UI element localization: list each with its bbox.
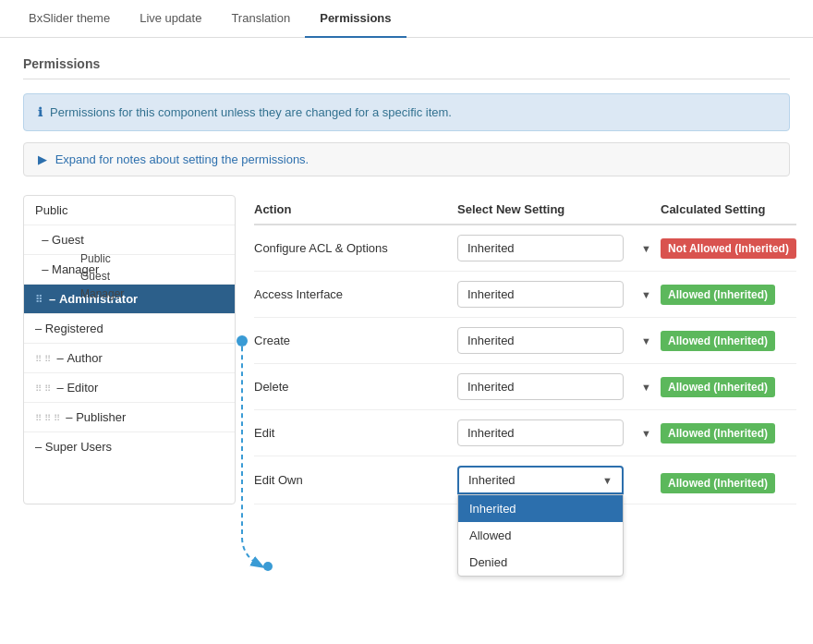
badge-create: Allowed (Inherited) [661, 331, 796, 351]
table-header: Action Select New Setting Calculated Set… [254, 195, 796, 225]
table-row-access-interface: Access Interface Inherited Allowed Denie… [254, 272, 796, 318]
action-label-configure-acl: Configure ACL & Options [254, 241, 457, 255]
action-label-delete: Delete [254, 380, 457, 394]
action-label-access-interface: Access Interface [254, 287, 457, 301]
chevron-down-icon-delete: ▼ [641, 382, 651, 393]
action-label-edit: Edit [254, 426, 457, 440]
dropdown-option-denied[interactable]: Denied [458, 549, 623, 576]
badge-edit: Allowed (Inherited) [661, 423, 796, 444]
permissions-table: Action Select New Setting Calculated Set… [254, 195, 796, 504]
select-wrapper-delete: Inherited Allowed Denied ▼ [457, 373, 661, 400]
info-icon: ℹ [38, 105, 42, 119]
tree-item-superusers[interactable]: – Super Users [24, 432, 235, 461]
tree-item-public[interactable]: Public [24, 196, 235, 225]
tree-item-author[interactable]: ⠿ ⠿ – Author [24, 344, 235, 373]
table-row-delete: Delete Inherited Allowed Denied ▼ Allowe… [254, 364, 796, 410]
chevron-down-icon-access-interface: ▼ [641, 289, 651, 300]
action-label-edit-own: Edit Own [254, 466, 457, 487]
header-action: Action [254, 202, 457, 216]
dropdown-option-inherited[interactable]: Inherited [458, 495, 623, 522]
select-wrapper-edit: Inherited Allowed Denied ▼ [457, 419, 661, 446]
chevron-down-icon-configure-acl: ▼ [641, 243, 651, 254]
select-create[interactable]: Inherited Allowed Denied [457, 327, 624, 354]
header-select-new: Select New Setting [457, 202, 661, 216]
header-calculated: Calculated Setting [661, 202, 796, 216]
tree-panel: Public – Guest – Manager ⠿ – Administrat… [23, 195, 236, 504]
tree-item-publisher[interactable]: ⠿ ⠿ ⠿ – Publisher [24, 403, 235, 432]
tab-liveupdate[interactable]: Live update [125, 0, 216, 38]
section-title: Permissions [23, 56, 790, 79]
action-label-create: Create [254, 334, 457, 347]
main-content: Permissions ℹ Permissions for this compo… [0, 38, 813, 523]
select-value-edit-own: Inherited [468, 473, 516, 487]
tree-dots-administrator: ⠿ [35, 294, 45, 305]
select-wrapper-create: Inherited Allowed Denied ▼ [457, 327, 661, 354]
tab-bxslider[interactable]: BxSlider theme [14, 0, 125, 38]
svg-point-2 [263, 562, 273, 571]
calculated-badge-access-interface: Allowed (Inherited) [661, 285, 775, 305]
tree-item-editor[interactable]: ⠿ ⠿ – Editor [24, 373, 235, 403]
select-delete[interactable]: Inherited Allowed Denied [457, 373, 624, 400]
select-wrapper-configure-acl: Inherited Allowed Denied ▼ [457, 235, 661, 261]
info-box: ℹ Permissions for this component unless … [23, 93, 790, 131]
page-container: BxSlider theme Live update Translation P… [0, 0, 813, 644]
select-edit[interactable]: Inherited Allowed Denied [457, 419, 624, 446]
info-text: Permissions for this component unless th… [50, 105, 452, 119]
badge-delete: Allowed (Inherited) [661, 377, 796, 397]
table-row-configure-acl: Configure ACL & Options Inherited Allowe… [254, 225, 796, 272]
select-display-edit-own[interactable]: Inherited ▼ [457, 466, 624, 494]
select-configure-acl[interactable]: Inherited Allowed Denied [457, 235, 624, 261]
tab-permissions[interactable]: Permissions [305, 0, 406, 38]
dropdown-option-allowed[interactable]: Allowed [458, 522, 623, 549]
permissions-wrapper: Public – Guest – Manager ⠿ – Administrat… [23, 195, 790, 504]
table-row-create: Create Inherited Allowed Denied ▼ Allowe… [254, 318, 796, 364]
tree-dots-editor: ⠿ ⠿ [35, 383, 54, 394]
select-wrapper-edit-own: Inherited ▼ Inherited Allowed Denied [457, 466, 661, 494]
badge-access-interface: Allowed (Inherited) [661, 285, 796, 305]
chevron-down-icon-create: ▼ [641, 335, 651, 346]
expand-text: Expand for notes about setting the permi… [55, 152, 309, 166]
chevron-down-icon-edit: ▼ [641, 428, 651, 439]
calculated-badge-edit: Allowed (Inherited) [661, 423, 775, 444]
calculated-badge-delete: Allowed (Inherited) [661, 377, 775, 397]
tabs-bar: BxSlider theme Live update Translation P… [0, 0, 813, 38]
table-row-edit-own: Edit Own Inherited ▼ Inherited Allowed [254, 456, 796, 504]
tree-dots-publisher: ⠿ ⠿ ⠿ [35, 413, 62, 423]
expand-box[interactable]: ▶ Expand for notes about setting the per… [23, 142, 790, 176]
tab-translation[interactable]: Translation [216, 0, 305, 38]
badge-configure-acl: Not Allowed (Inherited) [661, 238, 796, 259]
select-access-interface[interactable]: Inherited Allowed Denied [457, 281, 624, 308]
calculated-badge-configure-acl: Not Allowed (Inherited) [661, 238, 796, 259]
expand-icon: ▶ [38, 152, 47, 166]
tree-item-registered[interactable]: – Registered [24, 314, 235, 344]
tree-dots-author: ⠿ ⠿ [35, 354, 54, 364]
chevron-down-icon-edit-own: ▼ [602, 475, 613, 486]
tree-item-manager[interactable]: – Manager [24, 255, 235, 285]
badge-edit-own: Allowed (Inherited) [661, 466, 796, 493]
svg-point-0 [237, 335, 248, 346]
dropdown-edit-own: Inherited Allowed Denied [457, 494, 624, 577]
select-wrapper-access-interface: Inherited Allowed Denied ▼ [457, 281, 661, 308]
table-row-edit: Edit Inherited Allowed Denied ▼ Allowed … [254, 410, 796, 456]
calculated-badge-edit-own: Allowed (Inherited) [661, 473, 775, 493]
calculated-badge-create: Allowed (Inherited) [661, 331, 775, 351]
tree-item-guest[interactable]: – Guest [24, 225, 235, 255]
permissions-layout: Public – Guest – Manager ⠿ – Administrat… [23, 195, 790, 504]
tree-item-administrator[interactable]: ⠿ – Administrator [24, 285, 235, 314]
